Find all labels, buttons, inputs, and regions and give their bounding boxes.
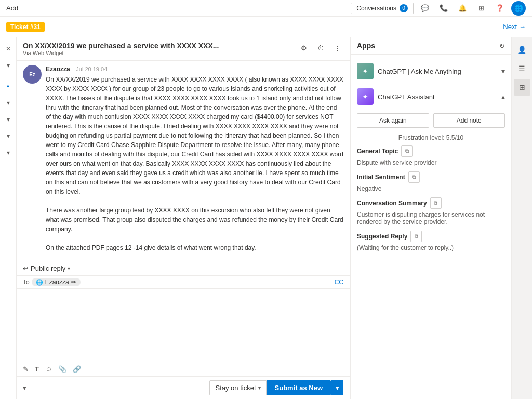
sidebar-item-4[interactable]: ▾ [1,129,16,143]
chatgpt-app-2-header[interactable]: ✦ ChatGPT Assistant ▴ [351,84,511,109]
conversation-source: Via Web Widget [23,50,219,56]
sidebar-item-1[interactable]: ● [1,79,16,94]
reply-to-label: To [23,278,30,286]
conversation-summary-value: Customer is disputing charges for servic… [357,211,505,225]
main-layout: ✕ ▾ ● ▾ ▾ ▾ ▾ On XX/XX/2019 we purchased… [0,37,532,399]
suggested-reply-section: Suggested Reply ⧉ (Waiting for the custo… [357,231,505,251]
text-format-icon[interactable]: T [35,365,39,373]
conversations-label: Conversations [356,5,396,12]
left-sidebar: ✕ ▾ ● ▾ ▾ ▾ ▾ [0,37,17,399]
recipient-badge: 🌐 Ezaozza ✏ [32,278,81,286]
sidebar-item-2[interactable]: ▾ [1,96,16,110]
stay-chevron: ▾ [258,385,261,391]
message-row: Ez Ezaozza Jul 20 19:04 On XX/XX/2019 we… [23,65,343,261]
app-header-left-1: ✦ ChatGPT | Ask Me Anything [357,63,461,79]
general-topic-value: Dispute with service provider [357,159,505,166]
chatgpt-app-2-body: Ask again Add note Frustration level: 5.… [351,109,511,263]
general-topic-label: General Topic ⧉ [357,145,505,157]
edit-recipient-icon[interactable]: ✏ [71,278,76,286]
chatgpt-collapse-icon-2[interactable]: ▴ [501,92,505,101]
reply-toolbar: ✎ T ☺ 📎 🔗 [17,362,350,376]
chatgpt-logo-1: ✦ [357,63,374,79]
chatgpt-logo-2: ✦ [357,88,374,105]
reply-header: ↩ Public reply ▾ [17,261,350,276]
grid-icon[interactable]: ⊞ [514,79,530,96]
filter-icon[interactable]: ⚙ [298,42,310,54]
bottom-bar: ▾ Stay on ticket ▾ Submit as New ▾ [17,376,350,399]
recipient-name-badge: Ezaozza [45,278,69,286]
reply-to-line: To 🌐 Ezaozza ✏ CC [17,276,350,289]
more-options-icon[interactable]: ⋮ [331,42,343,54]
user-avatar[interactable]: 🌐 [511,1,526,16]
stay-on-ticket-selector[interactable]: Stay on ticket ▾ [209,380,266,395]
person-icon[interactable]: 👤 [514,42,530,58]
conversation-summary-copy[interactable]: ⧉ [430,197,442,209]
sidebar-arrow-down[interactable]: ▾ [1,58,16,73]
apps-refresh-icon[interactable]: ↻ [499,42,505,50]
frustration-level: Frustration level: 5.5/10 [357,134,505,141]
ticket-header: Ticket #31 Next → [0,17,532,37]
conversation-actions: ⚙ ⏱ ⋮ [298,42,343,54]
initial-sentiment-label: Initial Sentiment ⧉ [357,171,505,183]
conversations-button[interactable]: Conversations 0 [351,3,414,14]
bottom-right: Stay on ticket ▾ Submit as New ▾ [209,380,343,395]
submit-button[interactable]: Submit as New [267,380,331,395]
app-action-buttons: Ask again Add note [357,113,505,128]
link-icon[interactable]: 🔗 [73,365,81,373]
apps-icon[interactable]: ⊞ [474,1,488,16]
suggested-reply-value: (Waiting for the customer to reply..) [357,244,505,251]
apps-panel-header: Apps ↻ [351,37,511,55]
ask-again-button[interactable]: Ask again [357,113,429,128]
message-body-1: On XX/XX/2019 we purchased a service wit… [46,75,343,261]
list-icon[interactable]: ☰ [514,60,530,77]
stay-on-ticket-label: Stay on ticket [215,384,256,392]
suggested-reply-copy[interactable]: ⧉ [410,231,422,242]
avatar-user: Ez [23,65,42,84]
history-icon[interactable]: ⏱ [314,42,327,54]
app-header-left-2: ✦ ChatGPT Assistant [357,88,435,105]
reply-area: ↩ Public reply ▾ To 🌐 Ezaozza ✏ CC ✎ T [17,261,350,376]
conversation-summary-label: Conversation Summary ⧉ [357,197,505,209]
reply-body[interactable] [17,289,350,362]
chatgpt-app-1-header[interactable]: ✦ ChatGPT | Ask Me Anything ▾ [351,59,511,84]
conv-title-area: On XX/XX/2019 we purchased a service wit… [23,42,219,56]
top-bar-right: Conversations 0 💬 📞 🔔 ⊞ ❓ 🌐 [351,1,526,16]
bottom-left: ▾ [23,384,26,392]
help-icon[interactable]: ❓ [493,1,507,16]
suggested-reply-label: Suggested Reply ⧉ [357,231,505,242]
message-author-1: Ezaozza [46,65,70,73]
initial-sentiment-copy[interactable]: ⧉ [408,171,420,183]
chat-icon[interactable]: 💬 [418,1,432,16]
apps-panel: Apps ↻ ✦ ChatGPT | Ask Me Anything ▾ [350,37,511,399]
globe-small: 🌐 [36,279,43,286]
cc-label[interactable]: CC [335,278,343,286]
bell-icon[interactable]: 🔔 [455,1,470,16]
ticket-badge: Ticket #31 [6,22,45,32]
add-note-button[interactable]: Add note [433,113,506,128]
conversation-title: On XX/XX/2019 we purchased a service wit… [23,42,219,50]
reply-type-selector[interactable]: ↩ Public reply ▾ [23,264,70,272]
initial-sentiment-value: Negative [357,185,505,192]
messages-area: Ez Ezaozza Jul 20 19:04 On XX/XX/2019 we… [17,61,350,261]
far-right-bar: 👤 ☰ ⊞ [511,37,532,399]
expand-icon[interactable]: ▾ [23,384,26,392]
message-time-1: Jul 20 19:04 [76,66,107,72]
apps-title: Apps [357,42,375,50]
attach-icon[interactable]: 📎 [58,365,66,373]
sidebar-close[interactable]: ✕ [1,42,16,56]
add-label: Add [6,4,18,12]
center-panel: On XX/XX/2019 we purchased a service wit… [17,37,350,399]
phone-icon[interactable]: 📞 [436,1,451,16]
compose-icon[interactable]: ✎ [23,365,29,373]
sidebar-item-3[interactable]: ▾ [1,112,16,127]
next-button[interactable]: Next → [503,23,526,31]
general-topic-section: General Topic ⧉ Dispute with service pro… [357,145,505,166]
sidebar-item-5[interactable]: ▾ [1,145,16,160]
emoji-icon[interactable]: ☺ [45,365,52,373]
chatgpt-app-name-2: ChatGPT Assistant [378,93,435,101]
chatgpt-collapse-icon-1[interactable]: ▾ [501,67,505,75]
general-topic-copy[interactable]: ⧉ [401,145,413,157]
conversations-badge: 0 [400,4,408,12]
apps-panel-content: ✦ ChatGPT | Ask Me Anything ▾ ✦ ChatGPT … [351,55,511,399]
submit-dropdown-button[interactable]: ▾ [331,380,343,395]
